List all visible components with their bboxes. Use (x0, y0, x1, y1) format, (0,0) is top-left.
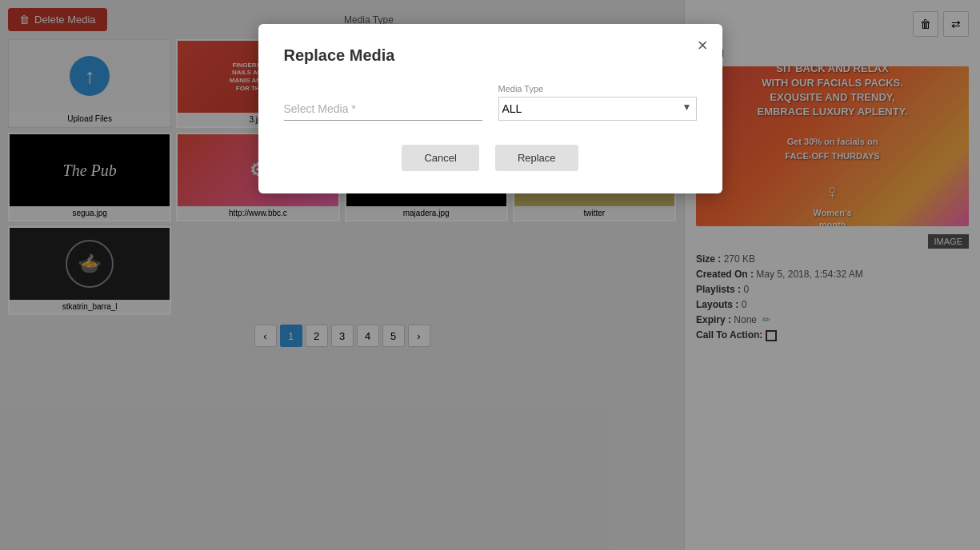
modal-close-button[interactable]: × (698, 35, 708, 56)
media-type-group: Media Type ALL Image Video Audio ▼ (498, 84, 697, 121)
modal-form-row: Media Type ALL Image Video Audio ▼ (284, 84, 697, 121)
replace-button[interactable]: Replace (495, 145, 578, 171)
modal-title: Replace Media (284, 46, 697, 65)
media-type-label: Media Type (498, 84, 697, 94)
modal-overlay[interactable]: × Replace Media Media Type ALL Image Vid… (0, 0, 980, 550)
select-media-group (284, 98, 482, 121)
modal-actions: Cancel Replace (284, 145, 697, 171)
cancel-button[interactable]: Cancel (402, 145, 478, 171)
select-media-input[interactable] (284, 98, 482, 121)
replace-media-modal: × Replace Media Media Type ALL Image Vid… (258, 24, 722, 193)
media-type-select[interactable]: ALL Image Video Audio (498, 97, 697, 121)
